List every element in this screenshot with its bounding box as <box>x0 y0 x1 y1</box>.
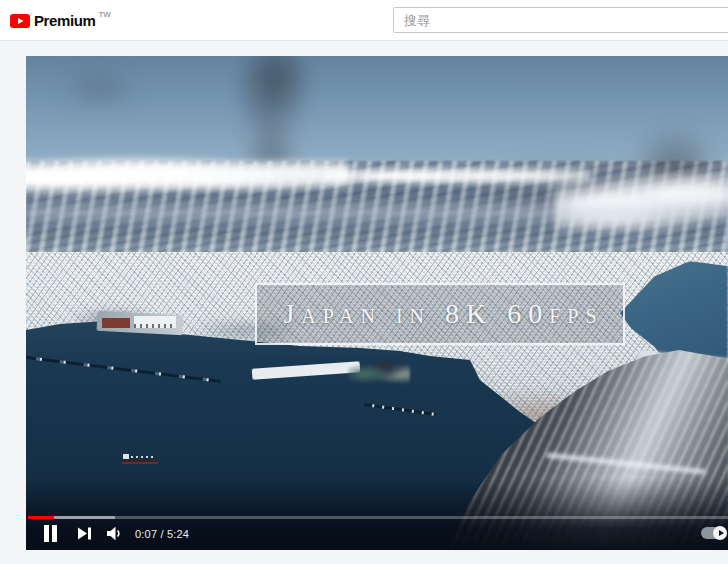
time-display: 0:07 / 5:24 <box>135 528 189 540</box>
header: Premium TW <box>0 0 728 41</box>
logo-brand-text: Premium <box>34 12 95 29</box>
autoplay-toggle-knob <box>713 526 727 540</box>
cloud-band <box>326 162 591 190</box>
jetty-warehouse <box>102 318 130 328</box>
cloud-band <box>26 151 349 199</box>
harbor-cranes <box>348 356 410 386</box>
youtube-premium-logo[interactable]: Premium TW <box>10 0 111 41</box>
volume-icon <box>106 526 123 541</box>
cargo-ship <box>122 454 158 465</box>
pause-button[interactable] <box>43 524 59 543</box>
video-title-overlay: Japan in 8K 60fps <box>255 283 625 345</box>
volume-button[interactable] <box>106 526 123 541</box>
next-icon <box>77 526 92 541</box>
search-input[interactable] <box>393 7 728 33</box>
smoke-wisp <box>56 66 142 112</box>
youtube-play-icon <box>10 14 30 28</box>
video-title-text: Japan in 8K 60fps <box>276 298 603 330</box>
next-button[interactable] <box>77 526 92 541</box>
ship-superstructure <box>123 454 129 459</box>
ship-waterline <box>122 462 158 464</box>
youtube-page: Premium TW <box>0 0 728 564</box>
autoplay-toggle[interactable] <box>701 527 725 539</box>
fog-band <box>26 196 728 230</box>
autoplay-play-icon <box>719 530 724 536</box>
jetty-building <box>134 316 176 328</box>
ship-deck <box>131 456 156 458</box>
video-player[interactable]: Japan in 8K 60fps <box>26 56 728 550</box>
pause-icon <box>43 524 59 543</box>
control-row: 0:07 / 5:24 <box>26 519 728 550</box>
player-controls: 0:07 / 5:24 <box>26 478 728 550</box>
logo-region-label: TW <box>98 10 110 19</box>
